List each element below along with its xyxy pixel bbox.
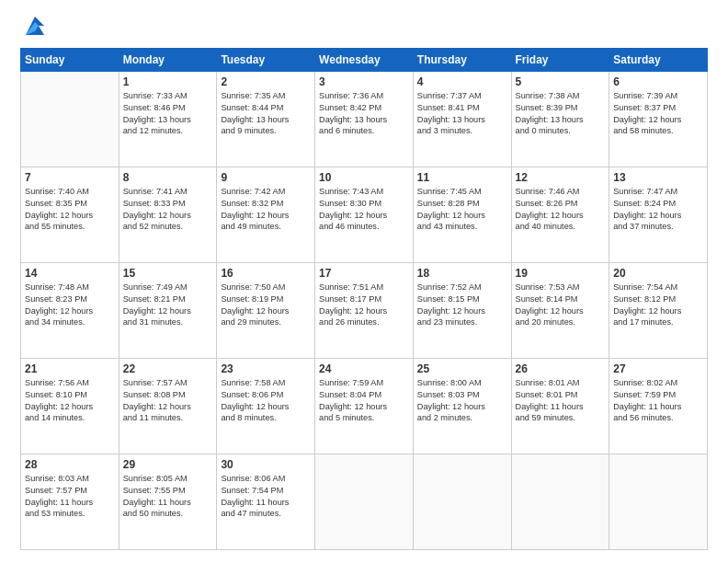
calendar-cell: 2Sunrise: 7:35 AM Sunset: 8:44 PM Daylig… [217,72,315,167]
calendar-cell [609,454,708,550]
calendar-cell: 26Sunrise: 8:01 AM Sunset: 8:01 PM Dayli… [511,359,609,454]
page: SundayMondayTuesdayWednesdayThursdayFrid… [0,0,728,563]
day-number: 16 [221,266,311,281]
calendar-cell: 29Sunrise: 8:05 AM Sunset: 7:55 PM Dayli… [119,454,217,550]
day-info: Sunrise: 7:52 AM Sunset: 8:15 PM Dayligh… [417,282,507,328]
calendar-cell: 12Sunrise: 7:46 AM Sunset: 8:26 PM Dayli… [511,167,609,263]
calendar-cell: 11Sunrise: 7:45 AM Sunset: 8:28 PM Dayli… [413,167,511,263]
calendar-cell [315,454,414,550]
day-info: Sunrise: 7:47 AM Sunset: 8:24 PM Dayligh… [613,186,703,233]
day-number: 12 [516,170,606,185]
weekday-header-row: SundayMondayTuesdayWednesdayThursdayFrid… [21,49,708,72]
day-number: 13 [613,170,703,185]
day-info: Sunrise: 7:42 AM Sunset: 8:32 PM Dayligh… [221,186,311,233]
calendar-cell [511,454,609,550]
day-number: 1 [123,75,213,89]
day-info: Sunrise: 7:35 AM Sunset: 8:44 PM Dayligh… [221,90,311,137]
day-number: 11 [417,170,507,185]
calendar-cell: 30Sunrise: 8:06 AM Sunset: 7:54 PM Dayli… [217,454,315,550]
day-number: 23 [221,362,311,376]
calendar-cell: 25Sunrise: 8:00 AM Sunset: 8:03 PM Dayli… [413,359,511,454]
day-info: Sunrise: 8:00 AM Sunset: 8:03 PM Dayligh… [417,377,507,424]
week-row-1: 1Sunrise: 7:33 AM Sunset: 8:46 PM Daylig… [21,72,708,167]
calendar-cell: 1Sunrise: 7:33 AM Sunset: 8:46 PM Daylig… [119,72,217,167]
day-number: 3 [319,75,409,89]
day-number: 22 [123,362,213,376]
day-info: Sunrise: 7:41 AM Sunset: 8:33 PM Dayligh… [123,186,213,233]
day-number: 18 [417,266,507,281]
week-row-3: 14Sunrise: 7:48 AM Sunset: 8:23 PM Dayli… [21,263,708,359]
day-number: 9 [221,170,311,185]
day-number: 6 [613,75,703,89]
calendar-cell: 5Sunrise: 7:38 AM Sunset: 8:39 PM Daylig… [511,72,609,167]
calendar-cell: 24Sunrise: 7:59 AM Sunset: 8:04 PM Dayli… [315,359,414,454]
logo [20,17,48,39]
day-number: 4 [417,75,507,89]
day-number: 8 [123,170,213,185]
calendar-cell [21,72,119,167]
day-number: 27 [613,362,703,376]
day-info: Sunrise: 7:38 AM Sunset: 8:39 PM Dayligh… [516,90,606,137]
calendar-cell: 4Sunrise: 7:37 AM Sunset: 8:41 PM Daylig… [413,72,511,167]
calendar-cell: 9Sunrise: 7:42 AM Sunset: 8:32 PM Daylig… [217,167,315,263]
day-number: 17 [319,266,409,281]
weekday-header-tuesday: Tuesday [217,49,315,72]
day-info: Sunrise: 7:43 AM Sunset: 8:30 PM Dayligh… [319,186,409,233]
day-number: 25 [417,362,507,376]
day-number: 29 [123,457,213,472]
day-info: Sunrise: 8:06 AM Sunset: 7:54 PM Dayligh… [221,473,311,520]
day-number: 24 [319,362,409,376]
day-info: Sunrise: 8:02 AM Sunset: 7:59 PM Dayligh… [613,377,703,424]
weekday-header-wednesday: Wednesday [315,49,414,72]
calendar-cell: 15Sunrise: 7:49 AM Sunset: 8:21 PM Dayli… [119,263,217,359]
day-info: Sunrise: 7:48 AM Sunset: 8:23 PM Dayligh… [25,282,115,328]
weekday-header-saturday: Saturday [609,49,708,72]
day-info: Sunrise: 7:57 AM Sunset: 8:08 PM Dayligh… [123,377,213,424]
week-row-5: 28Sunrise: 8:03 AM Sunset: 7:57 PM Dayli… [21,454,708,550]
calendar-cell: 28Sunrise: 8:03 AM Sunset: 7:57 PM Dayli… [21,454,119,550]
calendar-cell: 23Sunrise: 7:58 AM Sunset: 8:06 PM Dayli… [217,359,315,454]
day-number: 30 [221,457,311,472]
day-info: Sunrise: 7:50 AM Sunset: 8:19 PM Dayligh… [221,282,311,328]
day-info: Sunrise: 8:05 AM Sunset: 7:55 PM Dayligh… [123,473,213,520]
day-info: Sunrise: 7:37 AM Sunset: 8:41 PM Dayligh… [417,90,507,137]
day-number: 2 [221,75,311,89]
day-number: 28 [25,457,115,472]
header [20,17,708,39]
day-info: Sunrise: 8:01 AM Sunset: 8:01 PM Dayligh… [516,377,606,424]
day-number: 5 [516,75,606,89]
week-row-4: 21Sunrise: 7:56 AM Sunset: 8:10 PM Dayli… [21,359,708,454]
calendar-cell: 8Sunrise: 7:41 AM Sunset: 8:33 PM Daylig… [119,167,217,263]
calendar-cell: 20Sunrise: 7:54 AM Sunset: 8:12 PM Dayli… [609,263,708,359]
day-number: 19 [516,266,606,281]
calendar-table: SundayMondayTuesdayWednesdayThursdayFrid… [20,48,708,550]
day-info: Sunrise: 7:39 AM Sunset: 8:37 PM Dayligh… [613,90,703,137]
day-info: Sunrise: 7:45 AM Sunset: 8:28 PM Dayligh… [417,186,507,233]
day-info: Sunrise: 7:33 AM Sunset: 8:46 PM Dayligh… [123,90,213,137]
day-info: Sunrise: 7:54 AM Sunset: 8:12 PM Dayligh… [613,282,703,328]
day-number: 20 [613,266,703,281]
day-number: 10 [319,170,409,185]
weekday-header-monday: Monday [119,49,217,72]
week-row-2: 7Sunrise: 7:40 AM Sunset: 8:35 PM Daylig… [21,167,708,263]
calendar-cell: 10Sunrise: 7:43 AM Sunset: 8:30 PM Dayli… [315,167,414,263]
day-number: 14 [25,266,115,281]
calendar-cell: 17Sunrise: 7:51 AM Sunset: 8:17 PM Dayli… [315,263,414,359]
day-info: Sunrise: 7:36 AM Sunset: 8:42 PM Dayligh… [319,90,409,137]
calendar-cell: 27Sunrise: 8:02 AM Sunset: 7:59 PM Dayli… [609,359,708,454]
day-info: Sunrise: 7:59 AM Sunset: 8:04 PM Dayligh… [319,377,409,424]
calendar-cell: 3Sunrise: 7:36 AM Sunset: 8:42 PM Daylig… [315,72,414,167]
day-info: Sunrise: 7:53 AM Sunset: 8:14 PM Dayligh… [516,282,606,328]
day-info: Sunrise: 7:46 AM Sunset: 8:26 PM Dayligh… [516,186,606,233]
weekday-header-friday: Friday [511,49,609,72]
calendar-cell: 14Sunrise: 7:48 AM Sunset: 8:23 PM Dayli… [21,263,119,359]
calendar-cell: 21Sunrise: 7:56 AM Sunset: 8:10 PM Dayli… [21,359,119,454]
day-number: 15 [123,266,213,281]
logo-icon [22,13,48,39]
day-info: Sunrise: 7:40 AM Sunset: 8:35 PM Dayligh… [25,186,115,233]
calendar-cell: 13Sunrise: 7:47 AM Sunset: 8:24 PM Dayli… [609,167,708,263]
day-number: 26 [516,362,606,376]
calendar-cell: 19Sunrise: 7:53 AM Sunset: 8:14 PM Dayli… [511,263,609,359]
day-info: Sunrise: 7:56 AM Sunset: 8:10 PM Dayligh… [25,377,115,424]
day-number: 21 [25,362,115,376]
